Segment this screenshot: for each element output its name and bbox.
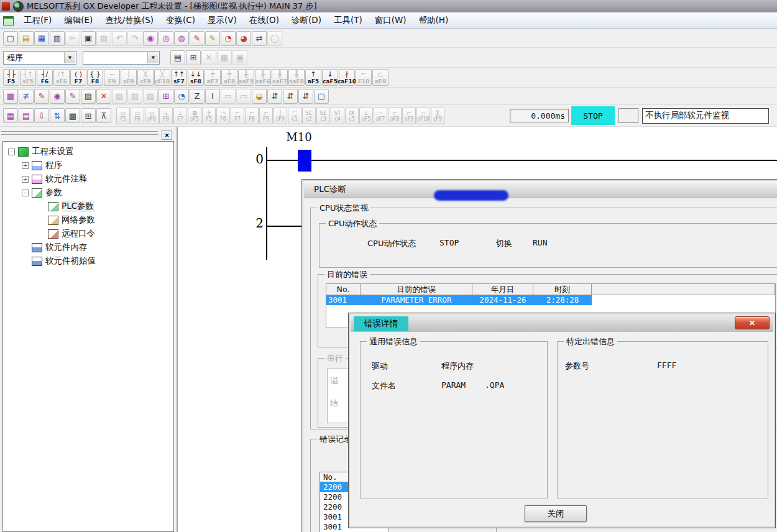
step-run-i[interactable]: I (205, 89, 220, 104)
tree-device-memory[interactable]: 软元件内存 (3, 241, 173, 254)
tree-program[interactable]: + 程序 (3, 158, 173, 172)
save-project[interactable]: ▦ (34, 31, 49, 46)
mdi-child-icon[interactable] (3, 16, 14, 25)
panel-close-button[interactable]: ✕ (162, 131, 172, 140)
find-device[interactable]: ◉ (143, 31, 158, 46)
transfer-setup[interactable]: ⇄ (252, 31, 267, 46)
ladder-symbol-button[interactable]: ─ F9 (104, 69, 120, 86)
macro-disabled[interactable]: ✕ (201, 50, 216, 65)
project-data-list[interactable]: ▤ (170, 50, 185, 65)
close-button[interactable]: 关闭 (525, 505, 587, 522)
data-name-combo[interactable]: ▼ (83, 51, 160, 65)
find-contact-coil[interactable]: ◉ (50, 89, 65, 104)
sort-ascending[interactable]: ⇵ (267, 89, 282, 104)
new-project[interactable]: ▢ (3, 31, 18, 46)
tree-parameter[interactable]: - 参数 (3, 186, 173, 200)
ladder-symbol-button[interactable]: ⊏ aF9 (372, 69, 388, 86)
partial-run-2[interactable]: ▭ (236, 89, 251, 104)
menu-item[interactable]: 窗口(W) (369, 13, 413, 28)
ladder-symbol-button[interactable]: ╫ saF6 (255, 69, 271, 86)
ladder-symbol-button[interactable]: ╪ aF8 (221, 69, 237, 86)
trace-stop[interactable]: ▨ (143, 89, 158, 104)
sfc-symbol-button[interactable]: SC c2 (302, 108, 316, 124)
cut[interactable]: ✂ (65, 31, 80, 46)
sfc-symbol-button[interactable]: ST c4 (331, 108, 344, 124)
remote-operation[interactable]: ◒ (252, 89, 267, 104)
undo[interactable]: ↶ (112, 31, 127, 46)
sfc-symbol-button[interactable]: IX c5 (345, 108, 359, 124)
sfc-symbol-button[interactable]: ⌐ F8 (245, 108, 259, 124)
sfc-symbol-button[interactable]: SE c3 (316, 108, 330, 124)
online-change[interactable]: ◯ (267, 31, 282, 46)
sfc-symbol-button[interactable]: ⊥ F7 (173, 108, 187, 124)
tree-expand-toggle[interactable]: - (22, 190, 29, 196)
ladder-symbol-button[interactable]: ╫ saF8 (288, 69, 305, 86)
monitor-zoom[interactable]: ◔ (221, 31, 236, 46)
step-run-z[interactable]: Z (190, 89, 205, 104)
copy[interactable]: ▣ (81, 31, 96, 46)
ladder-symbol-button[interactable]: ∤ caF10 (339, 69, 355, 86)
error-table-row[interactable]: 3001 PARAMETER ERROR 2024-11-26 2:28:28 (326, 295, 775, 305)
ladder-symbol-button[interactable]: ╫ saF7 (272, 69, 288, 86)
sfc-symbol-button[interactable]: ▭ F6 (131, 108, 144, 124)
sfc-symbol-button[interactable]: ¬ aF7 (374, 108, 387, 124)
ladder-symbol-button[interactable]: ╫ saF5 (238, 69, 254, 86)
comment-display[interactable]: ▦ (3, 108, 18, 123)
error-dialog-titlebar[interactable]: 错误详情 ✕ (351, 315, 773, 332)
ladder-symbol-button[interactable]: ┤├ F5 (3, 69, 19, 86)
window-document[interactable]: ▣ (232, 50, 247, 65)
macro-reference[interactable]: ▩ (217, 50, 232, 65)
ladder-symbol-button[interactable]: ╳ cF9 (137, 69, 154, 86)
ladder-symbol-button[interactable]: ↓ caF5 (322, 69, 338, 86)
open-project[interactable]: ▤ (19, 31, 34, 46)
sfc-symbol-button[interactable]: ╳ cF9 (431, 108, 444, 124)
trace-start[interactable]: ▨ (127, 89, 142, 104)
ladder-symbol-button[interactable]: ↓↓ sF8 (188, 69, 204, 86)
ladder-symbol-button[interactable]: ( ) F7 (70, 69, 86, 86)
menu-item[interactable]: 在线(O) (243, 13, 285, 28)
sort-descending[interactable]: ⇵ (283, 89, 298, 104)
sfc-symbol-button[interactable]: = aF10 (416, 108, 430, 124)
sfc-symbol-button[interactable]: ⊠ sF5 (188, 108, 201, 124)
find-instruction[interactable]: ◎ (159, 31, 173, 46)
tree-project-root[interactable]: - 工程未设置 (3, 145, 173, 158)
sfc-symbol-button[interactable]: ┼ F5 (202, 108, 216, 124)
sfc-symbol-button[interactable]: ⌐ F9 (259, 108, 273, 124)
menu-item[interactable]: 编辑(E) (58, 13, 99, 28)
sfc-symbol-button[interactable]: ¬ F6 (216, 108, 230, 124)
ladder-insert-mode[interactable]: ✎ (205, 31, 220, 46)
tree-expand-toggle[interactable]: + (22, 176, 29, 183)
menu-item[interactable]: 显示(V) (201, 13, 243, 28)
statement-edit[interactable]: ✎ (34, 89, 49, 104)
sfc-symbol-button[interactable]: │ sF9 (274, 108, 287, 124)
comment-edit[interactable]: ≢ (19, 89, 34, 104)
ladder-symbol-button[interactable]: ╳ cF10 (154, 69, 170, 86)
ladder-symbol-button[interactable]: ↑ aF5 (305, 69, 321, 86)
tree-plc-parameter[interactable]: PLC参数 (3, 200, 173, 213)
sort-contacts[interactable]: ⇅ (50, 108, 65, 123)
tree-remote-password[interactable]: 远程口令 (3, 227, 173, 241)
sfc-symbol-button[interactable]: ↳ F8 (159, 108, 173, 124)
tree-network-parameter[interactable]: 网络参数 (3, 213, 173, 227)
paste[interactable]: ▧ (96, 31, 111, 46)
sfc-symbol-button[interactable]: ▭ F5 (116, 108, 130, 124)
statement-display[interactable]: ▤ (19, 108, 34, 123)
redo[interactable]: ↷ (127, 31, 142, 46)
note-edit[interactable]: ✎ (65, 89, 80, 104)
sfc-symbol-button[interactable]: ⌐ F7 (231, 108, 244, 124)
plc-dialog-titlebar[interactable]: PLC诊断 (304, 181, 777, 198)
ladder-symbol-button[interactable]: │ sF9 (121, 69, 137, 86)
trace-setup[interactable]: ▨ (112, 89, 127, 104)
ladder-symbol-button[interactable]: ┤/ F6 (37, 69, 53, 86)
close-icon[interactable]: ✕ (735, 316, 770, 329)
device-test[interactable]: ▨ (81, 89, 96, 104)
energized-contact-m10[interactable] (298, 150, 311, 172)
tree-expand-toggle[interactable]: - (8, 149, 15, 155)
chevron-down-icon[interactable]: ▼ (64, 52, 75, 63)
tree-device-comment[interactable]: + 软元件注释 (3, 172, 173, 186)
sfc-symbol-button[interactable]: ▭ sF6 (145, 108, 159, 124)
ladder-write-mode[interactable]: ✎ (190, 31, 205, 46)
chevron-down-icon[interactable]: ▼ (147, 52, 159, 63)
sfc-symbol-button[interactable]: ⬚ c1 (288, 108, 301, 124)
ladder-symbol-button[interactable]: ┤↑ sF5 (20, 69, 36, 86)
